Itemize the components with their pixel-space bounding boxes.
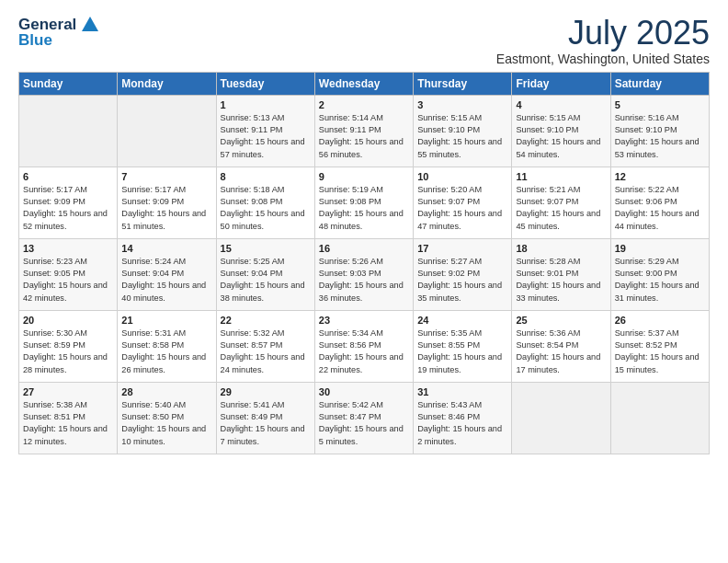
day-number-4-0: 27 xyxy=(23,386,113,397)
day-number-3-0: 20 xyxy=(23,315,113,326)
col-saturday: Saturday xyxy=(610,72,709,95)
day-number-1-1: 7 xyxy=(121,171,211,182)
day-number-4-4: 31 xyxy=(417,386,507,397)
col-wednesday: Wednesday xyxy=(314,72,413,95)
col-tuesday: Tuesday xyxy=(216,72,314,95)
cell-text-0-3: Sunrise: 5:14 AM Sunset: 9:11 PM Dayligh… xyxy=(319,112,409,161)
cell-text-0-4: Sunrise: 5:15 AM Sunset: 9:10 PM Dayligh… xyxy=(417,112,507,161)
cell-text-2-5: Sunrise: 5:28 AM Sunset: 9:01 PM Dayligh… xyxy=(516,256,606,304)
day-number-4-1: 28 xyxy=(121,386,211,397)
cell-text-2-1: Sunrise: 5:24 AM Sunset: 9:04 PM Dayligh… xyxy=(121,256,211,304)
cell-4-4: 31Sunrise: 5:43 AM Sunset: 8:46 PM Dayli… xyxy=(414,382,512,454)
cell-0-2: 1Sunrise: 5:13 AM Sunset: 9:11 PM Daylig… xyxy=(216,95,314,167)
month-title: July 2025 xyxy=(496,15,710,52)
day-number-2-4: 17 xyxy=(417,243,507,254)
week-row-2: 13Sunrise: 5:23 AM Sunset: 9:05 PM Dayli… xyxy=(19,238,710,310)
col-thursday: Thursday xyxy=(414,72,512,95)
cell-2-5: 18Sunrise: 5:28 AM Sunset: 9:01 PM Dayli… xyxy=(512,238,610,310)
cell-text-1-6: Sunrise: 5:22 AM Sunset: 9:06 PM Dayligh… xyxy=(615,184,705,233)
week-row-3: 20Sunrise: 5:30 AM Sunset: 8:59 PM Dayli… xyxy=(19,310,710,382)
cell-text-1-3: Sunrise: 5:19 AM Sunset: 9:08 PM Dayligh… xyxy=(319,184,409,233)
cell-1-0: 6Sunrise: 5:17 AM Sunset: 9:09 PM Daylig… xyxy=(19,167,118,238)
calendar-table: Sunday Monday Tuesday Wednesday Thursday… xyxy=(18,72,710,454)
cell-4-3: 30Sunrise: 5:42 AM Sunset: 8:47 PM Dayli… xyxy=(314,382,413,454)
svg-marker-0 xyxy=(82,17,98,31)
cell-2-1: 14Sunrise: 5:24 AM Sunset: 9:04 PM Dayli… xyxy=(118,238,216,310)
day-number-0-3: 2 xyxy=(319,99,409,110)
cell-text-3-6: Sunrise: 5:37 AM Sunset: 8:52 PM Dayligh… xyxy=(615,327,705,376)
cell-text-0-2: Sunrise: 5:13 AM Sunset: 9:11 PM Dayligh… xyxy=(221,112,311,161)
cell-text-3-4: Sunrise: 5:35 AM Sunset: 8:55 PM Dayligh… xyxy=(417,327,507,376)
header: General Blue July 2025 Eastmont, Washing… xyxy=(18,15,710,66)
cell-0-1 xyxy=(118,95,216,167)
day-number-2-1: 14 xyxy=(121,243,211,254)
cell-text-0-6: Sunrise: 5:16 AM Sunset: 9:10 PM Dayligh… xyxy=(615,112,705,161)
cell-text-1-0: Sunrise: 5:17 AM Sunset: 9:09 PM Dayligh… xyxy=(23,184,113,233)
cell-text-3-2: Sunrise: 5:32 AM Sunset: 8:57 PM Dayligh… xyxy=(221,327,311,376)
logo-icon xyxy=(80,15,100,35)
cell-text-2-0: Sunrise: 5:23 AM Sunset: 9:05 PM Dayligh… xyxy=(23,256,113,304)
cell-text-4-4: Sunrise: 5:43 AM Sunset: 8:46 PM Dayligh… xyxy=(417,399,507,448)
cell-4-5 xyxy=(512,382,610,454)
day-number-0-5: 4 xyxy=(516,99,606,110)
cell-text-3-5: Sunrise: 5:36 AM Sunset: 8:54 PM Dayligh… xyxy=(516,327,606,376)
day-number-3-1: 21 xyxy=(121,315,211,326)
cell-text-1-5: Sunrise: 5:21 AM Sunset: 9:07 PM Dayligh… xyxy=(516,184,606,233)
cell-text-4-3: Sunrise: 5:42 AM Sunset: 8:47 PM Dayligh… xyxy=(319,399,409,448)
col-friday: Friday xyxy=(512,72,610,95)
week-row-0: 1Sunrise: 5:13 AM Sunset: 9:11 PM Daylig… xyxy=(19,95,710,167)
cell-3-0: 20Sunrise: 5:30 AM Sunset: 8:59 PM Dayli… xyxy=(19,310,118,382)
day-number-1-2: 8 xyxy=(221,171,311,182)
cell-1-1: 7Sunrise: 5:17 AM Sunset: 9:09 PM Daylig… xyxy=(118,167,216,238)
title-block: July 2025 Eastmont, Washington, United S… xyxy=(496,15,710,66)
day-number-3-4: 24 xyxy=(417,315,507,326)
cell-text-2-2: Sunrise: 5:25 AM Sunset: 9:04 PM Dayligh… xyxy=(221,256,311,304)
col-sunday: Sunday xyxy=(19,72,118,95)
cell-text-3-3: Sunrise: 5:34 AM Sunset: 8:56 PM Dayligh… xyxy=(319,327,409,376)
day-number-2-6: 19 xyxy=(615,243,705,254)
day-number-1-0: 6 xyxy=(23,171,113,182)
day-number-2-5: 18 xyxy=(516,243,606,254)
cell-4-2: 29Sunrise: 5:41 AM Sunset: 8:49 PM Dayli… xyxy=(216,382,314,454)
cell-3-2: 22Sunrise: 5:32 AM Sunset: 8:57 PM Dayli… xyxy=(216,310,314,382)
cell-2-3: 16Sunrise: 5:26 AM Sunset: 9:03 PM Dayli… xyxy=(314,238,413,310)
day-number-2-0: 13 xyxy=(23,243,113,254)
cell-1-4: 10Sunrise: 5:20 AM Sunset: 9:07 PM Dayli… xyxy=(414,167,512,238)
day-number-0-4: 3 xyxy=(417,99,507,110)
cell-text-3-1: Sunrise: 5:31 AM Sunset: 8:58 PM Dayligh… xyxy=(121,327,211,376)
cell-2-0: 13Sunrise: 5:23 AM Sunset: 9:05 PM Dayli… xyxy=(19,238,118,310)
cell-text-1-4: Sunrise: 5:20 AM Sunset: 9:07 PM Dayligh… xyxy=(417,184,507,233)
cell-0-5: 4Sunrise: 5:15 AM Sunset: 9:10 PM Daylig… xyxy=(512,95,610,167)
cell-1-6: 12Sunrise: 5:22 AM Sunset: 9:06 PM Dayli… xyxy=(610,167,709,238)
cell-4-0: 27Sunrise: 5:38 AM Sunset: 8:51 PM Dayli… xyxy=(19,382,118,454)
cell-text-2-6: Sunrise: 5:29 AM Sunset: 9:00 PM Dayligh… xyxy=(615,256,705,304)
cell-1-3: 9Sunrise: 5:19 AM Sunset: 9:08 PM Daylig… xyxy=(314,167,413,238)
day-number-1-5: 11 xyxy=(516,171,606,182)
cell-text-3-0: Sunrise: 5:30 AM Sunset: 8:59 PM Dayligh… xyxy=(23,327,113,376)
cell-2-6: 19Sunrise: 5:29 AM Sunset: 9:00 PM Dayli… xyxy=(610,238,709,310)
day-number-1-6: 12 xyxy=(615,171,705,182)
cell-2-2: 15Sunrise: 5:25 AM Sunset: 9:04 PM Dayli… xyxy=(216,238,314,310)
logo-blue-text: Blue xyxy=(18,31,52,50)
day-number-1-3: 9 xyxy=(319,171,409,182)
logo: General Blue xyxy=(18,15,100,50)
week-row-1: 6Sunrise: 5:17 AM Sunset: 9:09 PM Daylig… xyxy=(19,167,710,238)
col-monday: Monday xyxy=(118,72,216,95)
calendar-header-row: Sunday Monday Tuesday Wednesday Thursday… xyxy=(19,72,710,95)
day-number-2-2: 15 xyxy=(221,243,311,254)
cell-0-4: 3Sunrise: 5:15 AM Sunset: 9:10 PM Daylig… xyxy=(414,95,512,167)
cell-1-5: 11Sunrise: 5:21 AM Sunset: 9:07 PM Dayli… xyxy=(512,167,610,238)
cell-4-1: 28Sunrise: 5:40 AM Sunset: 8:50 PM Dayli… xyxy=(118,382,216,454)
cell-3-4: 24Sunrise: 5:35 AM Sunset: 8:55 PM Dayli… xyxy=(414,310,512,382)
day-number-3-6: 26 xyxy=(615,315,705,326)
cell-3-1: 21Sunrise: 5:31 AM Sunset: 8:58 PM Dayli… xyxy=(118,310,216,382)
day-number-3-3: 23 xyxy=(319,315,409,326)
cell-text-1-1: Sunrise: 5:17 AM Sunset: 9:09 PM Dayligh… xyxy=(121,184,211,233)
cell-0-3: 2Sunrise: 5:14 AM Sunset: 9:11 PM Daylig… xyxy=(314,95,413,167)
cell-3-3: 23Sunrise: 5:34 AM Sunset: 8:56 PM Dayli… xyxy=(314,310,413,382)
cell-2-4: 17Sunrise: 5:27 AM Sunset: 9:02 PM Dayli… xyxy=(414,238,512,310)
cell-1-2: 8Sunrise: 5:18 AM Sunset: 9:08 PM Daylig… xyxy=(216,167,314,238)
cell-text-1-2: Sunrise: 5:18 AM Sunset: 9:08 PM Dayligh… xyxy=(221,184,311,233)
cell-text-4-1: Sunrise: 5:40 AM Sunset: 8:50 PM Dayligh… xyxy=(121,399,211,448)
cell-text-4-0: Sunrise: 5:38 AM Sunset: 8:51 PM Dayligh… xyxy=(23,399,113,448)
